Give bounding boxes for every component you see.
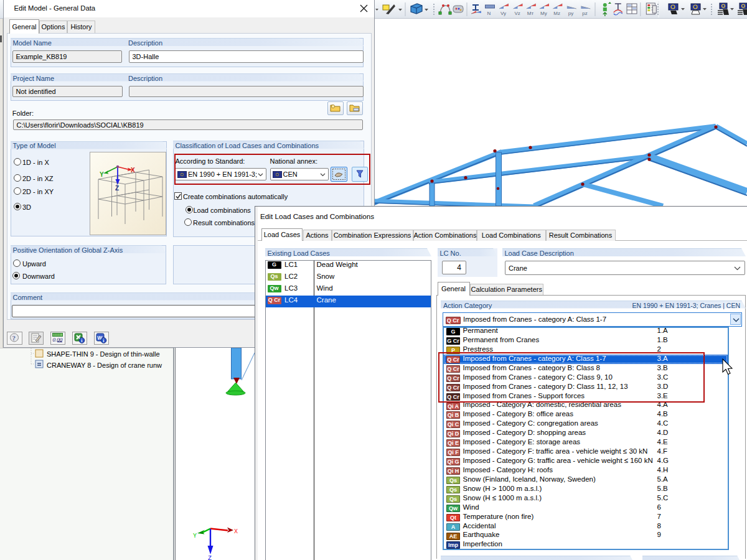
svg-text:X: X	[234, 528, 238, 535]
svg-text:Z: Z	[115, 185, 119, 192]
svg-text:pz: pz	[582, 11, 587, 16]
svg-text:i: i	[103, 338, 104, 343]
svg-text:Y: Y	[100, 171, 104, 178]
svg-text:i: i	[81, 338, 82, 343]
svg-text:py: py	[568, 11, 573, 16]
svg-text:Vy: Vy	[500, 11, 506, 16]
svg-text:Vz: Vz	[515, 11, 520, 16]
svg-text:My: My	[540, 11, 547, 16]
svg-text:N: N	[487, 11, 491, 16]
svg-text:Z: Z	[208, 555, 212, 560]
svg-text:?: ?	[12, 334, 16, 342]
svg-text:Mz: Mz	[553, 11, 560, 16]
svg-text:Mт: Mт	[527, 11, 534, 16]
svg-text:X: X	[131, 167, 135, 174]
svg-text:Y: Y	[193, 533, 197, 539]
